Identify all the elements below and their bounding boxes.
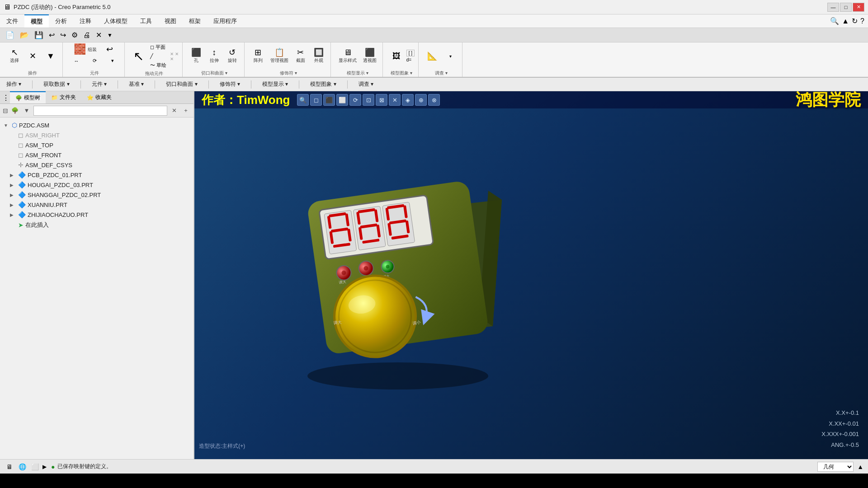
menu-annotation[interactable]: 注释 [73,14,98,28]
assemble-btn[interactable]: 🧱 组装 [71,43,99,56]
select-btn[interactable]: ↖ 选择 [6,47,23,65]
flat-plane-icon: ◻ [150,44,154,50]
save-btn[interactable]: 💾 [33,30,45,40]
quick-access-more[interactable]: ▼ [105,31,114,39]
sidebar-tab-favorites[interactable]: ⭐ 收藏夹 [81,91,117,103]
open-file-btn[interactable]: 📂 [18,30,31,40]
status-expand-icon[interactable]: ▶ [42,464,47,470]
view-btn-1[interactable]: 🔍 [297,94,309,106]
manage-view-btn[interactable]: 📋 管理视图 [268,47,291,65]
help-icon[interactable]: ? [860,17,864,25]
extrude-btn[interactable]: ↕ 拉伸 [206,47,222,65]
flat-plane-btn[interactable]: ◻ 平面 [148,43,168,52]
toolbar-element-btn[interactable]: 元件 ▾ [88,80,110,89]
tree-item-pcb-pzdc[interactable]: ▶ 🔷 PCB_PZDC_01.PRT [0,170,193,180]
model-image-sub[interactable]: d= [406,57,415,62]
expand-collapse-icon[interactable]: ▲ [842,17,849,25]
section-btn[interactable]: ✂ 截面 [292,47,309,65]
close-doc-btn[interactable]: ✕ [94,30,104,40]
measure-btn[interactable]: 📐 [424,51,440,61]
view-btn-3[interactable]: ⬛ [323,94,335,106]
restore-button[interactable]: □ [840,3,852,12]
print-btn[interactable]: 🖨 [81,30,92,40]
toolbar-modify-btn[interactable]: 修饰符 ▾ [216,80,244,89]
view-btn-11[interactable]: ⊗ [428,94,440,106]
view-btn-8[interactable]: ✕ [389,94,401,106]
survey-down[interactable]: ▾ [442,52,458,60]
tree-item-pzdc-asm[interactable]: ▼ ⬡ PZDC.ASM [0,120,193,130]
sidebar: ⋮ 🌳 模型树 📁 文件夹 ⭐ 收藏夹 ⊟ 🌳 ▼ ✕ + [0,91,194,459]
search-add-btn[interactable]: + [181,106,191,116]
new-file-btn[interactable]: 📄 [4,30,16,40]
tree-item-asm-front[interactable]: ◻ ASM_FRONT [0,150,193,160]
toolbar-ops-btn[interactable]: 操作 ▾ [3,80,25,89]
geo-dropdown[interactable]: 几何 [817,462,854,472]
sidebar-tab-model-tree[interactable]: 🌳 模型树 [10,91,46,103]
down-btn[interactable]: ▾ [104,56,121,65]
tree-item-xuanniu[interactable]: ▶ 🔷 XUANNIU.PRT [0,200,193,210]
minimize-button[interactable]: — [827,3,839,12]
tree-item-asm-top[interactable]: ◻ ASM_TOP [0,140,193,150]
search-input[interactable] [33,106,167,116]
view-btn-4[interactable]: ⬜ [336,94,348,106]
repeat-btn[interactable]: ⟳ [86,56,103,65]
revolve-btn[interactable]: ↺ 旋转 [224,47,241,65]
help-search-icon[interactable]: 🔍 [830,17,839,25]
sketch-btn[interactable]: 〜 草绘 [148,61,168,70]
view-btn-5[interactable]: ⟳ [349,94,361,106]
tree-item-hougai-pzdc[interactable]: ▶ 🔷 HOUGAI_PZDC_03.PRT [0,180,193,190]
toolbar-model-image-btn[interactable]: 模型图象 ▾ [307,80,340,89]
hole-btn[interactable]: ⬛ 孔 [188,47,204,65]
view-btn-10[interactable]: ⊕ [415,94,427,106]
drag-component-btn[interactable]: ↩ [102,44,118,55]
model-image-btn[interactable]: 🖼 [388,51,405,61]
view-btn-2[interactable]: ◻ [310,94,322,106]
viewport[interactable]: 作者：TimWong 🔍 ◻ ⬛ ⬜ ⟳ ⊡ ⊠ ✕ ◈ ⊕ ⊗ 鸿图学院 [194,91,868,459]
status-arrow-up[interactable]: ▲ [857,463,863,470]
appearance-btn[interactable]: 🔲 外观 [311,47,327,65]
toolbar-base-btn[interactable]: 基准 ▾ [125,80,147,89]
redo-btn[interactable]: ↪ [58,30,68,40]
view-btn-6[interactable]: ⊡ [363,94,374,106]
menu-tools[interactable]: 工具 [134,14,158,28]
menu-view[interactable]: 视图 [158,14,183,28]
move-component-btn[interactable]: ↔ [68,56,85,65]
display-style-btn[interactable]: 🖥 显示样式 [336,47,359,65]
options-btn[interactable]: ▼ [42,51,59,61]
tree-item-asm-right[interactable]: ◻ ASM_RIGHT [0,130,193,140]
close-btn[interactable]: ✕ [24,51,41,61]
bracket-btn[interactable]: [ ] [406,50,415,56]
toolbar-get-data-btn[interactable]: 获取数据 ▾ [40,80,73,89]
model-3d-view[interactable]: 调大 调大 调大 [249,109,520,399]
cursor-big-btn[interactable]: ↖ [130,49,146,64]
close-button[interactable]: ✕ [853,3,864,12]
tree-expand-icon[interactable]: 🌳 [10,106,20,116]
sidebar-tab-folder[interactable]: 📁 文件夹 [46,91,81,103]
window-title: PZDC (活动的) - Creo Parametric 5.0 [14,3,111,11]
toolbar-survey-btn[interactable]: 调查 ▾ [355,80,377,89]
toolbar-cut-btn[interactable]: 切口和曲面 ▾ [162,80,201,89]
menu-applications[interactable]: 应用程序 [207,14,243,28]
menu-model[interactable]: 模型 [24,14,49,28]
menu-human-model[interactable]: 人体模型 [98,14,134,28]
toolbar-model-display-btn[interactable]: 模型显示 ▾ [259,80,292,89]
menu-framework[interactable]: 框架 [183,14,207,28]
view-btn-7[interactable]: ⊠ [376,94,387,106]
tree-item-asm-def-csys[interactable]: ✛ ASM_DEF_CSYS [0,160,193,170]
tree-settings-icon[interactable]: ▼ [22,106,32,116]
tree-item-zhijiao[interactable]: ▶ 🔷 ZHIJIAOCHAZUO.PRT [0,210,193,220]
pattern-btn[interactable]: ⊞ 阵列 [250,47,266,65]
view-btn-9[interactable]: ◈ [402,94,414,106]
line-btn[interactable]: ╱ [148,52,168,60]
custom-btn[interactable]: ⚙ [70,30,80,40]
status-icon-2[interactable]: 🌐 [17,462,27,472]
status-icon-3[interactable]: ⬜ [30,462,40,472]
undo-btn[interactable]: ↩ [47,30,57,40]
menu-file[interactable]: 文件 [0,14,24,28]
refresh-icon[interactable]: ↻ [852,17,858,25]
perspective-btn[interactable]: ⬛ 透视图 [361,47,379,65]
tree-item-shanggai-pzdc[interactable]: ▶ 🔷 SHANGGAI_PZDC_02.PRT [0,190,193,200]
search-clear-btn[interactable]: ✕ [169,106,179,116]
status-icon-1[interactable]: 🖥 [5,462,14,472]
menu-analysis[interactable]: 分析 [49,14,73,28]
